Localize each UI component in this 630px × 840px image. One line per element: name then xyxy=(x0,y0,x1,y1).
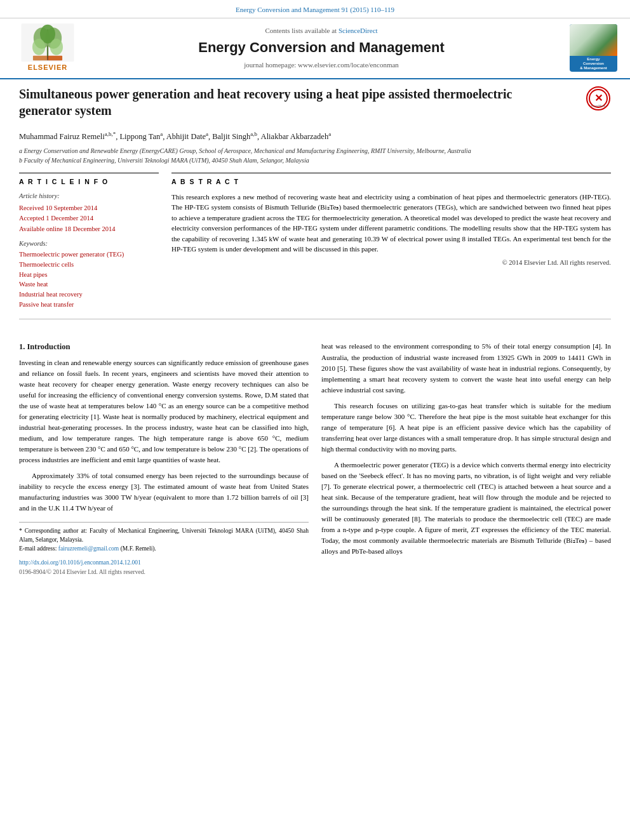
intro-section-title: 1. Introduction xyxy=(19,341,309,353)
affiliation-a: a Energy Conservation and Renewable Ener… xyxy=(19,146,611,156)
copyright-notice: © 2014 Elsevier Ltd. All rights reserved… xyxy=(171,258,611,268)
svg-rect-7 xyxy=(33,56,48,60)
available-date: Available online 18 December 2014 xyxy=(19,225,159,234)
ecm-journal-logo: EnergyConversion& Management xyxy=(570,24,617,72)
keyword-2: Thermoelectric cells xyxy=(19,260,159,270)
abstract-text: This research explores a new method of r… xyxy=(171,192,611,255)
email-link[interactable]: fairuzremeli@gmail.com xyxy=(58,545,119,552)
ecm-logo-text: EnergyConversion& Management xyxy=(579,56,608,72)
info-abstract-row: A R T I C L E I N F O Article history: R… xyxy=(19,173,611,310)
ecm-logo-image xyxy=(570,24,617,55)
elsevier-wordmark: ELSEVIER xyxy=(28,63,67,72)
svg-point-6 xyxy=(50,39,63,55)
intro-para-2: Approximately 33% of total consumed ener… xyxy=(19,470,309,514)
crossmark-badge[interactable]: ✕ CrossMark xyxy=(586,86,611,111)
author4-name: , Baljit Singh xyxy=(208,132,250,141)
doi-link[interactable]: http://dx.doi.org/10.1016/j.enconman.201… xyxy=(19,558,309,568)
issn-notice: 0196-8904/© 2014 Elsevier Ltd. All right… xyxy=(19,568,309,577)
content-divider xyxy=(19,319,611,319)
article-title: Simultaneous power generation and heat r… xyxy=(19,86,546,119)
elsevier-logo-block: ELSEVIER xyxy=(13,23,83,72)
body-content: 1. Introduction Investing in clean and r… xyxy=(0,341,630,577)
svg-text:CrossMark: CrossMark xyxy=(591,104,606,107)
author3-name: , Abhijit Date xyxy=(163,132,206,141)
journal-header: ELSEVIER Contents lists available at Sci… xyxy=(0,18,630,79)
body-right-col: heat was released to the environment cor… xyxy=(321,341,611,577)
journal-homepage: journal homepage: www.elsevier.com/locat… xyxy=(83,60,560,70)
crossmark-svg: ✕ CrossMark xyxy=(589,89,608,108)
article-content: Simultaneous power generation and heat r… xyxy=(0,79,630,342)
right-para-3: A thermoelectric power generator (TEG) i… xyxy=(321,460,611,557)
keywords-label: Keywords: xyxy=(19,239,159,249)
keyword-5: Industrial heat recovery xyxy=(19,290,159,300)
journal-reference-link[interactable]: Energy Conversion and Management 91 (201… xyxy=(236,6,394,13)
received-date: Received 10 September 2014 xyxy=(19,204,159,213)
contents-available: Contents lists available at ScienceDirec… xyxy=(83,26,560,36)
journal-reference-bar: Energy Conversion and Management 91 (201… xyxy=(0,0,630,18)
author1-name: Muhammad Fairuz Remeli xyxy=(19,132,105,141)
journal-title: Energy Conversion and Management xyxy=(83,38,560,58)
elsevier-tree-icon xyxy=(19,23,76,62)
abstract-col: A B S T R A C T This research explores a… xyxy=(171,173,611,310)
accepted-date: Accepted 1 December 2014 xyxy=(19,214,159,223)
right-para-1: heat was released to the environment cor… xyxy=(321,341,611,395)
crossmark-icon: ✕ CrossMark xyxy=(586,86,610,110)
body-left-col: 1. Introduction Investing in clean and r… xyxy=(19,341,309,577)
article-info-header: A R T I C L E I N F O xyxy=(19,177,159,187)
svg-rect-8 xyxy=(48,56,62,60)
author4-sup: a,b xyxy=(250,131,257,137)
svg-text:✕: ✕ xyxy=(594,93,603,103)
ecm-logo-block: EnergyConversion& Management xyxy=(560,24,617,72)
journal-center-info: Contents lists available at ScienceDirec… xyxy=(83,26,560,70)
history-label: Article history: xyxy=(19,192,159,201)
author2-name: , Lippong Tan xyxy=(116,132,160,141)
authors-line: Muhammad Fairuz Remelia,b,*, Lippong Tan… xyxy=(19,130,611,143)
affiliations: a Energy Conservation and Renewable Ener… xyxy=(19,146,611,165)
keyword-3: Heat pipes xyxy=(19,270,159,280)
right-para-2: This research focuses on utilizing gas-t… xyxy=(321,401,611,455)
footnote-area: * Corresponding author at: Faculty of Me… xyxy=(19,522,309,554)
article-info-col: A R T I C L E I N F O Article history: R… xyxy=(19,173,159,310)
sciencedirect-link[interactable]: ScienceDirect xyxy=(338,27,378,34)
email-suffix: (M.F. Remeli). xyxy=(121,545,156,552)
footnote-star: * Corresponding author at: Faculty of Me… xyxy=(19,526,309,545)
keyword-4: Waste heat xyxy=(19,280,159,290)
abstract-header: A B S T R A C T xyxy=(171,177,611,187)
abstract-paragraph: This research explores a new method of r… xyxy=(171,192,611,255)
author5-sup: a xyxy=(328,131,331,137)
author1-sup: a,b,* xyxy=(105,131,116,137)
email-label: E-mail address: xyxy=(19,545,57,552)
keyword-1: Thermoelectric power generator (TEG) xyxy=(19,250,159,260)
footer-doi-area: http://dx.doi.org/10.1016/j.enconman.201… xyxy=(19,558,309,577)
footnote-email: E-mail address: fairuzremeli@gmail.com (… xyxy=(19,544,309,553)
affiliation-b: b Faculty of Mechanical Engineering, Uni… xyxy=(19,156,611,165)
author5-name: , Aliakbar Akbarzadeh xyxy=(257,132,328,141)
keyword-6: Passive heat transfer xyxy=(19,300,159,310)
svg-point-5 xyxy=(32,39,45,55)
intro-para-1: Investing in clean and renewable energy … xyxy=(19,357,309,465)
